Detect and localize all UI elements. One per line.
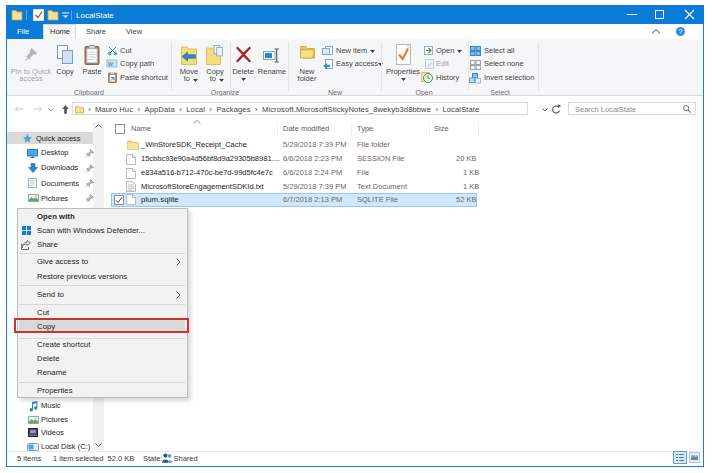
svg-text:W:: W: bbox=[108, 61, 114, 67]
svg-text:?: ? bbox=[679, 28, 683, 35]
